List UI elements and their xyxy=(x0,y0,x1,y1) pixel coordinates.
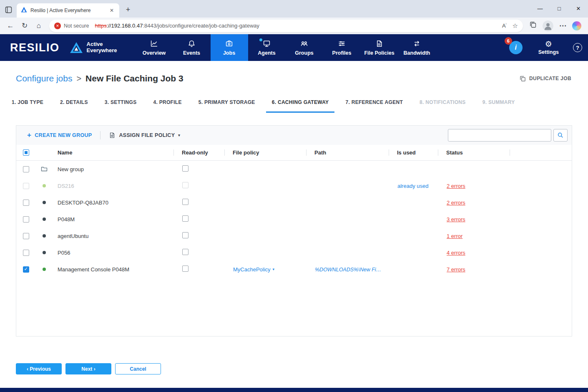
nav-item-agents[interactable]: Agents xyxy=(248,34,286,61)
toolbar-divider xyxy=(100,131,101,139)
maximize-icon[interactable]: □ xyxy=(550,0,569,17)
assign-file-policy-button[interactable]: ASSIGN FILE POLICY ▾ xyxy=(104,132,185,139)
nav-item-overview[interactable]: Overview xyxy=(136,34,173,61)
row-checkbox[interactable] xyxy=(23,233,29,239)
browser-menu-icon[interactable]: ⋯ xyxy=(559,21,566,30)
readonly-checkbox[interactable] xyxy=(182,232,188,238)
nav-label: File Policies xyxy=(364,50,394,56)
agents-icon xyxy=(263,40,271,48)
next-button[interactable]: Next › xyxy=(65,363,111,374)
row-icon-cell xyxy=(35,161,53,177)
search-icon xyxy=(557,132,564,139)
nav-item-events[interactable]: Events xyxy=(173,34,211,61)
readonly-checkbox[interactable] xyxy=(182,165,188,172)
help-button[interactable]: ? xyxy=(573,43,582,52)
status-errors-link[interactable]: 2 errors xyxy=(447,183,465,189)
column-header-status: Status xyxy=(438,145,510,160)
step-details[interactable]: 2. DETAILS xyxy=(54,93,94,113)
search-input[interactable] xyxy=(448,129,551,142)
nav-label: Profiles xyxy=(332,50,352,56)
breadcrumb[interactable]: Configure jobs xyxy=(16,73,72,83)
step-caching-gateway[interactable]: 6. CACHING GATEWAY xyxy=(266,93,335,113)
nav-item-bandwidth[interactable]: Bandwidth xyxy=(398,34,436,61)
profiles-icon xyxy=(338,40,346,48)
nav-item-groups[interactable]: Groups xyxy=(286,34,323,61)
nav-item-profiles[interactable]: Profiles xyxy=(323,34,361,61)
nav-label: Overview xyxy=(143,50,166,56)
create-new-group-button[interactable]: + CREATE NEW GROUP xyxy=(22,131,97,139)
row-name: P048M xyxy=(53,216,174,223)
previous-button[interactable]: ‹ Previous xyxy=(16,363,62,374)
readonly-checkbox[interactable] xyxy=(182,199,188,205)
overview-icon xyxy=(150,40,158,48)
row-checkbox[interactable] xyxy=(23,250,29,256)
url-scheme: https xyxy=(95,23,106,29)
search-button[interactable] xyxy=(553,129,568,142)
select-all-checkbox[interactable] xyxy=(23,149,29,156)
minimize-icon[interactable]: — xyxy=(530,0,550,17)
path-link[interactable]: %DOWNLOADS%\New Fi… xyxy=(315,267,381,273)
tab-actions-icon[interactable] xyxy=(3,3,14,17)
step-profile[interactable]: 4. PROFILE xyxy=(147,93,187,113)
copilot-icon[interactable] xyxy=(572,21,581,30)
settings-button[interactable]: ⚙ Settings xyxy=(538,40,559,55)
column-header-path: Path xyxy=(307,145,389,160)
active-everywhere-icon xyxy=(70,42,83,53)
browser-tab[interactable]: Resilio | Active Everywhere ✕ xyxy=(17,3,119,18)
back-icon[interactable]: ← xyxy=(3,22,18,30)
file-policy-select[interactable]: MyCachePolicy ▾ xyxy=(233,266,274,273)
table-row: DESKTOP-Q8JAB702 errors xyxy=(16,194,572,211)
cancel-button[interactable]: Cancel xyxy=(115,363,161,374)
app-footer-strip xyxy=(0,388,588,392)
agent-status-dot xyxy=(43,184,46,187)
readonly-checkbox[interactable] xyxy=(182,249,188,255)
status-errors-link[interactable]: 1 error xyxy=(447,233,462,239)
header-right: i 6 ⚙ Settings ? xyxy=(509,34,588,61)
row-checkbox[interactable] xyxy=(23,216,29,223)
row-checkbox[interactable] xyxy=(23,266,29,273)
settings-label: Settings xyxy=(538,49,559,55)
nav-label: Jobs xyxy=(223,50,235,56)
browser-toolbar: ← ↻ ⌂ ✕ Not secure https://192.168.0.47:… xyxy=(0,18,588,34)
refresh-icon[interactable]: ↻ xyxy=(18,21,32,30)
nav-item-file-policies[interactable]: File Policies xyxy=(361,34,398,61)
notifications-button[interactable]: i 6 xyxy=(509,41,523,54)
url-text[interactable]: https://192.168.0.47:8443/jobs/configure… xyxy=(95,23,259,29)
row-checkbox[interactable] xyxy=(23,166,29,172)
home-icon[interactable]: ⌂ xyxy=(32,22,46,30)
row-checkbox[interactable] xyxy=(23,200,29,206)
readonly-checkbox[interactable] xyxy=(182,266,188,272)
status-errors-link[interactable]: 7 errors xyxy=(447,266,465,273)
file-policy-icon xyxy=(109,132,116,139)
step-reference-agent[interactable]: 7. REFERENCE AGENT xyxy=(339,93,409,113)
agent-status-dot xyxy=(43,234,46,238)
nav-item-jobs[interactable]: Jobs xyxy=(211,34,248,61)
gear-icon: ⚙ xyxy=(545,40,552,48)
not-secure-icon[interactable]: ✕ xyxy=(54,23,61,29)
status-errors-link[interactable]: 2 errors xyxy=(447,200,465,206)
status-errors-link[interactable]: 4 errors xyxy=(447,250,465,256)
step-settings[interactable]: 3. SETTINGS xyxy=(99,93,143,113)
duplicate-job-button[interactable]: DUPLICATE JOB xyxy=(520,76,571,82)
chevron-down-icon: ▾ xyxy=(273,267,275,271)
new-tab-button[interactable]: + xyxy=(122,3,134,16)
not-secure-label[interactable]: Not secure xyxy=(64,23,89,29)
nav-label: Bandwidth xyxy=(404,50,430,56)
favorite-star-icon[interactable]: ☆ xyxy=(513,22,518,30)
search-area xyxy=(448,129,568,142)
file-policies-icon xyxy=(375,40,383,48)
tab-close-icon[interactable]: ✕ xyxy=(108,8,115,13)
row-name: P056 xyxy=(53,250,174,256)
jobs-icon xyxy=(225,40,233,48)
close-icon[interactable]: ✕ xyxy=(569,0,588,17)
step-primary-storage[interactable]: 5. PRIMARY STORAGE xyxy=(193,93,261,113)
collections-icon[interactable] xyxy=(530,21,537,30)
table-row: New group xyxy=(16,161,572,177)
step-job-type[interactable]: 1. JOB TYPE xyxy=(6,93,49,113)
column-header-is-used: Is used xyxy=(389,145,438,160)
profile-avatar[interactable] xyxy=(543,20,553,31)
read-aloud-icon[interactable]: A⁾ xyxy=(502,23,507,29)
readonly-checkbox[interactable] xyxy=(182,215,188,222)
url-bar[interactable]: ✕ Not secure https://192.168.0.47:8443/j… xyxy=(49,20,523,32)
status-errors-link[interactable]: 3 errors xyxy=(447,216,465,223)
